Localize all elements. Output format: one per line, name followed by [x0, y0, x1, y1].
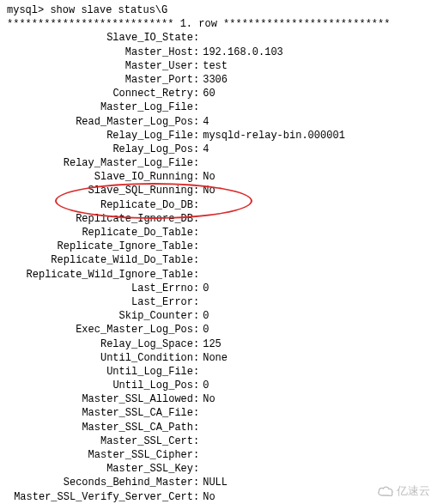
- status-row: Slave_IO_Running:No: [7, 170, 430, 184]
- status-label: Slave_IO_State: [7, 31, 193, 45]
- colon-separator: :: [193, 170, 199, 184]
- status-row: Relay_Log_Space:125: [7, 337, 430, 351]
- status-value: 60: [199, 87, 215, 100]
- status-value: [199, 295, 203, 309]
- status-value: [199, 253, 203, 267]
- status-row: Last_Errno:0: [7, 282, 430, 295]
- status-value: 0: [199, 379, 209, 392]
- status-label: Master_SSL_Key: [7, 462, 193, 476]
- status-label: Replicate_Do_Table: [7, 226, 193, 240]
- status-label: Slave_IO_Running: [7, 170, 193, 184]
- colon-separator: :: [193, 59, 199, 73]
- status-label: Master_SSL_CA_Path: [7, 421, 193, 434]
- status-row: Master_SSL_Verify_Server_Cert:No: [7, 490, 430, 504]
- status-label: Master_SSL_Cert: [7, 434, 193, 448]
- status-row: Read_Master_Log_Pos:4: [7, 115, 430, 129]
- status-label: Relay_Log_File: [7, 129, 193, 143]
- status-value: [199, 198, 203, 212]
- colon-separator: :: [193, 462, 199, 476]
- colon-separator: :: [193, 337, 199, 351]
- colon-separator: :: [193, 212, 199, 226]
- colon-separator: :: [193, 198, 199, 212]
- colon-separator: :: [193, 87, 199, 100]
- status-value: [199, 448, 203, 462]
- colon-separator: :: [193, 351, 199, 365]
- status-value: [199, 365, 203, 379]
- colon-separator: :: [193, 490, 199, 504]
- status-row: Replicate_Do_DB:: [7, 198, 430, 212]
- colon-separator: :: [193, 392, 199, 406]
- colon-separator: :: [193, 100, 199, 114]
- status-value: [199, 212, 203, 226]
- colon-separator: :: [193, 434, 199, 448]
- colon-separator: :: [193, 226, 199, 240]
- status-row: Until_Condition:None: [7, 351, 430, 365]
- status-label: Connect_Retry: [7, 87, 193, 100]
- status-value: NULL: [199, 476, 228, 489]
- colon-separator: :: [193, 46, 199, 59]
- status-row: Slave_SQL_Running:No: [7, 184, 430, 197]
- status-row: Connect_Retry:60: [7, 87, 430, 100]
- status-value: [199, 156, 203, 170]
- status-label: Until_Log_File: [7, 365, 193, 379]
- status-row: Until_Log_Pos:0: [7, 379, 430, 392]
- status-label: Relay_Master_Log_File: [7, 156, 193, 170]
- status-label: Slave_SQL_Running: [7, 184, 193, 197]
- colon-separator: :: [193, 253, 199, 267]
- status-label: Master_Host: [7, 46, 193, 59]
- status-row: Skip_Counter:0: [7, 309, 430, 323]
- status-label: Read_Master_Log_Pos: [7, 115, 193, 129]
- status-row: Master_SSL_Cert:: [7, 434, 430, 448]
- status-value: [199, 240, 203, 253]
- status-value: [199, 434, 203, 448]
- status-label: Replicate_Wild_Ignore_Table: [7, 268, 193, 282]
- status-value: 4: [199, 143, 209, 156]
- status-value: No: [199, 392, 215, 406]
- cloud-icon: [377, 485, 394, 497]
- watermark: 亿速云: [377, 483, 430, 499]
- status-label: Last_Error: [7, 295, 193, 309]
- status-value: No: [199, 490, 215, 504]
- status-row: Seconds_Behind_Master:NULL: [7, 476, 430, 489]
- status-label: Skip_Counter: [7, 309, 193, 323]
- colon-separator: :: [193, 143, 199, 156]
- status-row: Replicate_Do_Table:: [7, 226, 430, 240]
- status-label: Exec_Master_Log_Pos: [7, 323, 193, 337]
- colon-separator: :: [193, 323, 199, 337]
- status-row: Last_Error:: [7, 295, 430, 309]
- colon-separator: :: [193, 240, 199, 253]
- status-value: [199, 462, 203, 476]
- status-label: Replicate_Wild_Do_Table: [7, 253, 193, 267]
- status-label: Replicate_Do_DB: [7, 198, 193, 212]
- colon-separator: :: [193, 31, 199, 45]
- status-value: 125: [199, 337, 222, 351]
- status-value: [199, 100, 203, 114]
- status-value: [199, 31, 203, 45]
- status-row: Slave_IO_State:: [7, 31, 430, 45]
- colon-separator: :: [193, 448, 199, 462]
- status-row: Master_SSL_CA_Path:: [7, 421, 430, 434]
- status-label: Master_SSL_Verify_Server_Cert: [7, 490, 193, 504]
- status-label: Master_SSL_Allowed: [7, 392, 193, 406]
- mysql-prompt: mysql> show slave status\G: [7, 3, 430, 17]
- status-row: Master_SSL_Allowed:No: [7, 392, 430, 406]
- colon-separator: :: [193, 476, 199, 489]
- status-row: Replicate_Ignore_DB:: [7, 212, 430, 226]
- colon-separator: :: [193, 184, 199, 197]
- status-label: Relay_Log_Space: [7, 337, 193, 351]
- status-row: Master_Port:3306: [7, 73, 430, 87]
- colon-separator: :: [193, 421, 199, 434]
- colon-separator: :: [193, 379, 199, 392]
- status-row: Until_Log_File:: [7, 365, 430, 379]
- status-label: Master_SSL_CA_File: [7, 406, 193, 420]
- status-label: Master_SSL_Cipher: [7, 448, 193, 462]
- status-value: test: [199, 59, 228, 73]
- status-value: [199, 406, 203, 420]
- colon-separator: :: [193, 365, 199, 379]
- status-value: 0: [199, 309, 209, 323]
- colon-separator: :: [193, 309, 199, 323]
- colon-separator: :: [193, 129, 199, 143]
- colon-separator: :: [193, 295, 199, 309]
- status-row: Exec_Master_Log_Pos:0: [7, 323, 430, 337]
- status-value: [199, 226, 203, 240]
